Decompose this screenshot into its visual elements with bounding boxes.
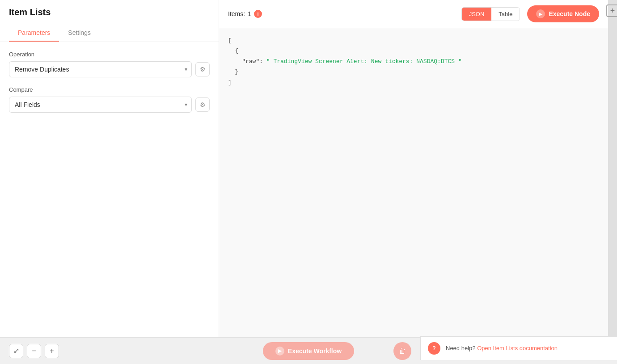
operation-label: Operation: [9, 51, 210, 58]
json-line-1: [: [228, 35, 599, 46]
bottom-bar: ⤢ − + ▶ Execute Workflow 🗑 ? Need help? …: [0, 337, 617, 364]
compare-select[interactable]: All Fields Selected Fields: [9, 97, 192, 113]
execute-node-label: Execute Node: [549, 10, 590, 17]
compare-group: Compare All Fields Selected Fields ▾ ⚙: [9, 86, 210, 113]
zoom-in-button[interactable]: +: [45, 344, 59, 358]
info-badge: i: [254, 10, 262, 18]
right-header: Items: 1 i JSON Table ▶ Execute Node: [219, 0, 608, 28]
operation-select[interactable]: Remove Duplicates Sort Limit Split Out I…: [9, 61, 192, 77]
json-view-button[interactable]: JSON: [462, 8, 492, 21]
panel-body: Operation Remove Duplicates Sort Limit S…: [0, 42, 219, 337]
operation-gear-button[interactable]: ⚙: [195, 62, 210, 76]
tab-parameters[interactable]: Parameters: [9, 25, 59, 42]
execute-workflow-button[interactable]: ▶ Execute Workflow: [263, 342, 354, 360]
panel-title: Item Lists: [9, 7, 210, 17]
tabs: Parameters Settings: [9, 25, 210, 42]
panel-header: Item Lists Parameters Settings: [0, 0, 219, 42]
compare-gear-button[interactable]: ⚙: [195, 97, 210, 112]
execute-workflow-play-icon: ▶: [275, 347, 284, 356]
delete-button[interactable]: 🗑: [393, 342, 411, 360]
bottom-bar-inner: ⤢ − + ▶ Execute Workflow 🗑 ? Need help? …: [0, 342, 617, 360]
json-line-4: }: [228, 67, 599, 77]
json-display: [ { "raw": " TradingView Screener Alert:…: [219, 28, 608, 337]
operation-select-wrapper: Remove Duplicates Sort Limit Split Out I…: [9, 61, 192, 77]
right-panel: Items: 1 i JSON Table ▶ Execute Node [ {…: [219, 0, 608, 337]
fit-icon: ⤢: [13, 347, 19, 355]
execute-node-button[interactable]: ▶ Execute Node: [527, 5, 599, 22]
fit-zoom-button[interactable]: ⤢: [9, 344, 23, 358]
left-panel: Item Lists Parameters Settings Operation…: [0, 0, 219, 337]
compare-row: All Fields Selected Fields ▾ ⚙: [9, 97, 210, 113]
expand-button[interactable]: +: [606, 4, 617, 17]
compare-select-wrapper: All Fields Selected Fields ▾: [9, 97, 192, 113]
trash-icon: 🗑: [399, 347, 406, 355]
help-icon: ?: [428, 342, 440, 355]
help-link[interactable]: Open Item Lists documentation: [477, 345, 558, 351]
gear-icon: ⚙: [200, 66, 206, 73]
gear-icon-2: ⚙: [200, 101, 206, 108]
zoom-out-button[interactable]: −: [27, 344, 41, 358]
execute-workflow-label: Execute Workflow: [288, 347, 342, 355]
zoom-in-icon: +: [50, 347, 54, 355]
json-line-5: ]: [228, 77, 599, 88]
right-strip: +: [608, 0, 617, 337]
compare-label: Compare: [9, 86, 210, 93]
json-line-2: {: [228, 46, 599, 56]
items-label: Items:: [228, 10, 245, 17]
execute-node-play-icon: ▶: [536, 9, 545, 18]
operation-group: Operation Remove Duplicates Sort Limit S…: [9, 51, 210, 77]
help-panel: ? Need help? Open Item Lists documentati…: [420, 336, 617, 360]
zoom-controls: ⤢ − +: [9, 344, 59, 358]
operation-row: Remove Duplicates Sort Limit Split Out I…: [9, 61, 210, 77]
items-number: 1: [248, 10, 251, 17]
items-count: Items: 1 i: [228, 10, 454, 18]
tab-settings[interactable]: Settings: [59, 25, 100, 42]
table-view-button[interactable]: Table: [491, 8, 520, 21]
info-icon: i: [257, 11, 258, 17]
json-line-3: "raw": " TradingView Screener Alert: New…: [228, 56, 599, 67]
help-text: Need help? Open Item Lists documentation: [446, 345, 558, 351]
zoom-out-icon: −: [32, 347, 36, 355]
view-toggle: JSON Table: [461, 7, 520, 21]
